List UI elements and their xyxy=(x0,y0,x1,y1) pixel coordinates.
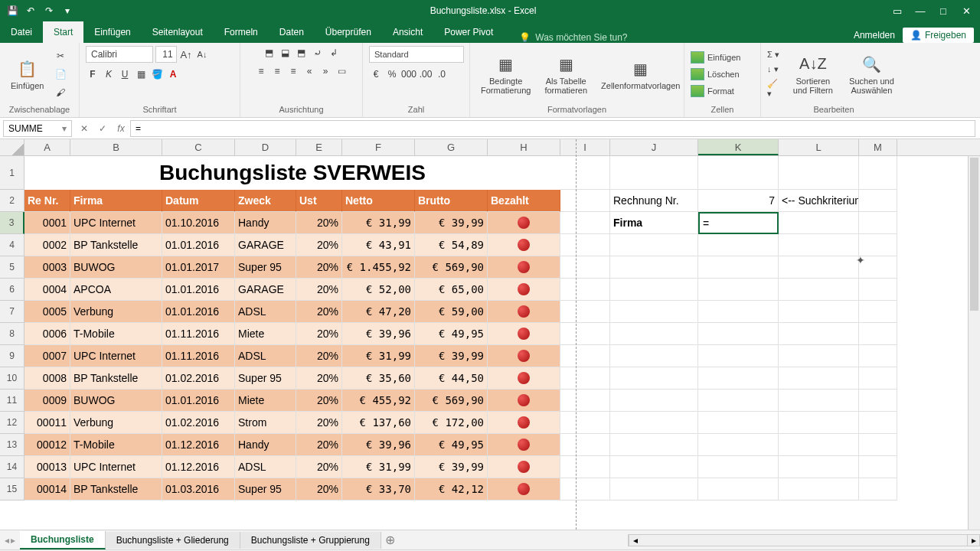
cell[interactable]: 01.11.2016 xyxy=(162,323,235,345)
cell[interactable] xyxy=(560,478,610,500)
cell[interactable] xyxy=(698,323,779,345)
cell[interactable] xyxy=(488,323,560,345)
cell[interactable] xyxy=(859,279,897,301)
cell[interactable]: Super 95 xyxy=(235,256,296,279)
tab-einfuegen[interactable]: Einfügen xyxy=(83,21,141,43)
cell[interactable]: € 44,50 xyxy=(415,367,488,390)
cell[interactable]: 20% xyxy=(296,212,342,234)
cell[interactable]: Strom xyxy=(235,412,296,434)
border-icon[interactable]: ▦ xyxy=(134,67,148,81)
cell[interactable]: UPC Internet xyxy=(70,456,162,478)
scrollbar-thumb[interactable] xyxy=(970,158,978,311)
cell[interactable]: € 33,70 xyxy=(342,478,415,500)
cell[interactable]: 01.10.2016 xyxy=(162,212,235,234)
cell[interactable]: 0001 xyxy=(24,212,70,234)
increase-font-icon[interactable]: A↑ xyxy=(179,47,193,61)
cell[interactable]: € 39,99 xyxy=(415,345,488,367)
cell[interactable] xyxy=(488,345,560,367)
align-top-icon[interactable]: ⬒ xyxy=(263,46,276,60)
cell[interactable]: Handy xyxy=(235,434,296,456)
font-name-combo[interactable]: Calibri xyxy=(86,46,153,63)
cell[interactable] xyxy=(779,156,859,190)
cell[interactable]: APCOA xyxy=(70,279,162,301)
cell[interactable]: 0006 xyxy=(24,323,70,345)
cell[interactable]: € 39,96 xyxy=(342,323,415,345)
cell[interactable] xyxy=(610,345,698,367)
cell[interactable]: Ust xyxy=(296,190,342,212)
cell[interactable]: BUWOG xyxy=(70,390,162,412)
cell[interactable]: 00011 xyxy=(24,412,70,434)
row-header[interactable]: 8 xyxy=(0,323,24,345)
cell[interactable]: € 172,00 xyxy=(415,412,488,434)
cell[interactable] xyxy=(560,412,610,434)
cell[interactable]: Bezahlt xyxy=(488,190,560,212)
paste-button[interactable]: 📋 Einfügen xyxy=(6,57,48,92)
column-header-A[interactable]: A xyxy=(24,139,70,155)
cell[interactable] xyxy=(610,390,698,412)
cell[interactable]: € 52,00 xyxy=(342,279,415,301)
cell[interactable]: 01.02.2016 xyxy=(162,412,235,434)
title-cell[interactable]: Buchungsliste SVERWEIS xyxy=(24,156,560,190)
font-size-combo[interactable]: 11 xyxy=(155,46,177,63)
cell[interactable]: Miete xyxy=(235,323,296,345)
sort-filter-button[interactable]: A↓ZSortieren und Filtern xyxy=(788,52,838,96)
cell[interactable]: 01.01.2016 xyxy=(162,390,235,412)
cell[interactable] xyxy=(610,434,698,456)
cell[interactable]: 20% xyxy=(296,234,342,256)
cell[interactable]: € 42,12 xyxy=(415,478,488,500)
dec-decimal-icon[interactable]: .0 xyxy=(435,67,449,81)
column-header-J[interactable]: J xyxy=(610,139,698,155)
font-color-icon[interactable]: A xyxy=(166,67,180,81)
spreadsheet-grid[interactable]: ABCDEFGHIJKLM 1Buchungsliste SVERWEIS2Re… xyxy=(0,139,980,530)
cell[interactable]: ADSL xyxy=(235,345,296,367)
fill-icon[interactable]: ↓ ▾ xyxy=(767,64,783,74)
row-header[interactable]: 9 xyxy=(0,345,24,367)
cell[interactable]: BP Tankstelle xyxy=(70,478,162,500)
enter-formula-icon[interactable]: ✓ xyxy=(93,123,112,134)
column-header-F[interactable]: F xyxy=(342,139,415,155)
column-header-H[interactable]: H xyxy=(488,139,560,155)
cell[interactable]: 20% xyxy=(296,279,342,301)
cell[interactable]: Netto xyxy=(342,190,415,212)
cell[interactable]: 00013 xyxy=(24,456,70,478)
cell[interactable]: Rechnung Nr. xyxy=(610,190,698,212)
cell[interactable]: <-- Suchkriterium xyxy=(779,190,859,212)
cell[interactable] xyxy=(859,434,897,456)
tab-seitenlayout[interactable]: Seitenlayout xyxy=(142,21,214,43)
ribbon-options-icon[interactable]: ▭ xyxy=(887,5,908,17)
cell[interactable] xyxy=(610,234,698,256)
row-header[interactable]: 15 xyxy=(0,478,24,500)
cell[interactable] xyxy=(859,367,897,390)
cell[interactable] xyxy=(560,212,610,234)
cell[interactable] xyxy=(698,301,779,323)
cell[interactable] xyxy=(698,256,779,279)
cell[interactable]: € 31,99 xyxy=(342,212,415,234)
currency-icon[interactable]: € xyxy=(369,67,383,81)
orientation-icon[interactable]: ⤾ xyxy=(311,46,325,60)
cell-styles-button[interactable]: ▦Zellenformatvorlagen xyxy=(596,57,684,92)
cell[interactable] xyxy=(779,279,859,301)
cell[interactable] xyxy=(610,323,698,345)
cell[interactable]: T-Mobile xyxy=(70,323,162,345)
cell[interactable] xyxy=(560,434,610,456)
cell[interactable] xyxy=(779,478,859,500)
thousands-icon[interactable]: 000 xyxy=(401,67,416,81)
cell[interactable]: € 137,60 xyxy=(342,412,415,434)
cell[interactable]: 00014 xyxy=(24,478,70,500)
cell[interactable] xyxy=(488,367,560,390)
cell[interactable] xyxy=(560,323,610,345)
cell[interactable] xyxy=(610,256,698,279)
redo-icon[interactable]: ↷ xyxy=(43,5,55,16)
cell[interactable] xyxy=(779,367,859,390)
cell[interactable] xyxy=(698,367,779,390)
row-header[interactable]: 13 xyxy=(0,434,24,456)
column-header-G[interactable]: G xyxy=(415,139,488,155)
cell[interactable]: € 31,99 xyxy=(342,345,415,367)
sheet-nav-prev-icon[interactable]: ◂ xyxy=(5,535,9,546)
active-edit-cell[interactable]: = xyxy=(698,212,779,234)
cell[interactable] xyxy=(610,301,698,323)
cell[interactable] xyxy=(859,390,897,412)
cell[interactable] xyxy=(859,345,897,367)
cell[interactable]: 20% xyxy=(296,478,342,500)
cell[interactable]: € 35,60 xyxy=(342,367,415,390)
